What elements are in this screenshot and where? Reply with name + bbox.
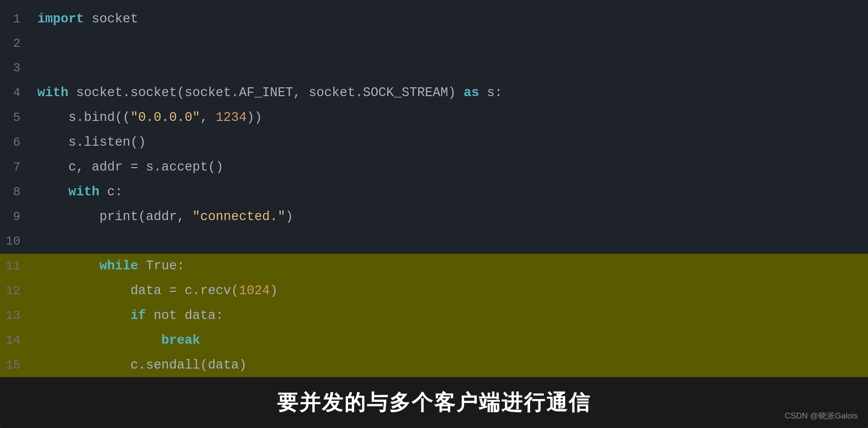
line-number: 2 <box>0 32 34 56</box>
code-token: data = c.recv( <box>37 283 239 298</box>
code-token: c, addr = s.accept() <box>37 160 223 174</box>
code-token: "0.0.0.0" <box>131 110 200 125</box>
line-content: c.sendall(data) <box>34 353 868 377</box>
line-content: with socket.socket(socket.AF_INET, socke… <box>34 81 868 105</box>
code-token <box>37 258 99 273</box>
subtitle-text: 要并发的与多个客户端进行通信 <box>277 388 591 417</box>
code-token: True: <box>138 258 185 273</box>
code-token: 1024 <box>239 283 270 298</box>
line-number: 7 <box>0 155 34 180</box>
line-number: 1 <box>0 7 34 32</box>
code-token: , <box>200 110 216 125</box>
line-content: data = c.recv(1024) <box>34 279 868 303</box>
watermark-text: CSDN @晓派Galois <box>785 410 858 421</box>
code-line: 6 s.listen() <box>0 130 868 155</box>
code-line: 11 while True: <box>0 254 868 279</box>
code-token: while <box>99 258 138 273</box>
code-line: 15 c.sendall(data) <box>0 353 868 377</box>
code-line: 1import socket <box>0 7 868 32</box>
code-token: break <box>161 333 200 347</box>
code-token: c: <box>99 184 122 199</box>
code-token <box>37 333 161 347</box>
code-token: import <box>37 12 84 26</box>
line-number: 3 <box>0 56 34 81</box>
code-token: with <box>37 85 68 100</box>
line-number: 13 <box>0 304 34 328</box>
line-number: 15 <box>0 353 34 377</box>
code-token: s.bind(( <box>37 110 131 125</box>
code-token: socket.socket(socket.AF_INET, socket.SOC… <box>68 85 464 100</box>
bottom-bar: 要并发的与多个客户端进行通信 CSDN @晓派Galois <box>0 377 868 428</box>
code-line: 7 c, addr = s.accept() <box>0 155 868 180</box>
code-token: )) <box>247 110 262 125</box>
line-number: 12 <box>0 279 34 303</box>
code-line: 5 s.bind(("0.0.0.0", 1234)) <box>0 105 868 130</box>
line-content: c, addr = s.accept() <box>34 155 868 179</box>
code-token: print(addr, <box>37 209 192 224</box>
code-token: s.listen() <box>37 135 146 149</box>
code-line: 9 print(addr, "connected.") <box>0 204 868 229</box>
line-number: 4 <box>0 81 34 105</box>
code-token <box>37 308 131 323</box>
code-token: 1234 <box>216 110 247 125</box>
line-content: import socket <box>34 7 868 31</box>
main-container: 1import socket234with socket.socket(sock… <box>0 0 868 428</box>
code-token: with <box>68 184 99 199</box>
code-token: as <box>464 85 479 100</box>
code-token: socket <box>84 12 138 26</box>
code-token: ) <box>285 209 293 224</box>
line-number: 11 <box>0 254 34 279</box>
line-content: while True: <box>34 254 868 278</box>
line-number: 14 <box>0 328 34 353</box>
line-content: if not data: <box>34 303 868 328</box>
line-content: with c: <box>34 180 868 204</box>
line-content: s.bind(("0.0.0.0", 1234)) <box>34 105 868 130</box>
code-line: 2 <box>0 32 868 56</box>
code-line: 12 data = c.recv(1024) <box>0 279 868 303</box>
line-number: 10 <box>0 229 34 254</box>
code-editor: 1import socket234with socket.socket(sock… <box>0 0 868 377</box>
line-content: break <box>34 328 868 353</box>
code-token: "connected." <box>192 209 285 224</box>
code-line: 14 break <box>0 328 868 353</box>
line-number: 6 <box>0 130 34 155</box>
code-token <box>37 184 68 199</box>
line-content: s.listen() <box>34 130 868 155</box>
code-token: ) <box>270 283 278 298</box>
code-line: 3 <box>0 56 868 81</box>
line-content: print(addr, "connected.") <box>34 204 868 229</box>
line-number: 5 <box>0 106 34 130</box>
line-number: 8 <box>0 180 34 204</box>
code-token: c.sendall(data) <box>37 358 247 372</box>
code-line: 4with socket.socket(socket.AF_INET, sock… <box>0 81 868 105</box>
code-token: if <box>131 308 146 323</box>
line-number: 9 <box>0 205 34 229</box>
code-token: s: <box>479 85 502 100</box>
code-token: not data: <box>146 308 223 323</box>
code-line: 13 if not data: <box>0 303 868 328</box>
code-line: 10 <box>0 229 868 254</box>
code-line: 8 with c: <box>0 180 868 204</box>
